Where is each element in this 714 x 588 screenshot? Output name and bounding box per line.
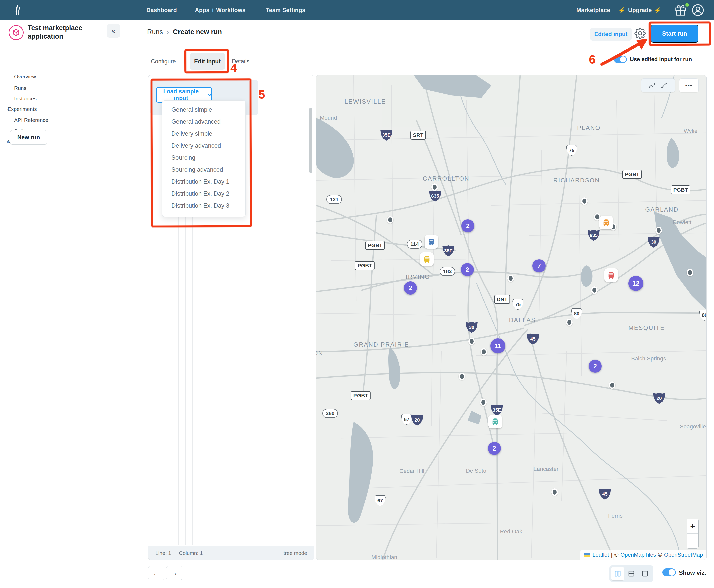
nav-team-settings[interactable]: Team Settings [266, 0, 305, 20]
code-line[interactable]: 20 ], [297, 446, 314, 455]
code-line[interactable]: 18 ▾ [297, 410, 314, 419]
app-window: Dashboard Apps + Workflows Team Settings… [0, 0, 714, 588]
code-line[interactable]: 10 "end_time": "2021-06- [297, 320, 314, 329]
json-input-editor: ": 120, arrival_time_p : 8, rrival_time_… [148, 75, 314, 560]
code-line[interactable]: 21 "duration": 300, [297, 455, 314, 464]
sidebar-item[interactable]: › Experiments [0, 104, 136, 114]
annotation-number-4: 4 [230, 61, 237, 75]
code-line[interactable]: 100000 [297, 293, 314, 302]
openmaptiles-link[interactable]: OpenMapTiles [620, 552, 656, 558]
code-line[interactable]: d_penalty": [297, 284, 314, 293]
line-number: 11 [304, 347, 314, 356]
map-more-options-button[interactable]: ••• [679, 78, 699, 92]
editor-status-bar: Line: 1 Column: 1 tree mode [148, 546, 314, 560]
code-line[interactable]: 1-dropoff", [297, 536, 314, 545]
line-number: 16 [304, 401, 314, 410]
code-line[interactable]: 15 }, [297, 383, 314, 392]
code-line[interactable]: rrival_time_pe [297, 266, 314, 275]
sample-input-menu-item[interactable]: Delivery advanced [162, 140, 245, 152]
indent-guide [192, 215, 193, 545]
code-line[interactable]: 8 }, [297, 302, 314, 311]
tab[interactable]: Configure [146, 53, 181, 69]
code-line[interactable]: 25 "lon": -96.82794 [297, 500, 314, 509]
code-line[interactable]: 27 "precedes": [297, 518, 314, 527]
user-avatar-icon[interactable] [692, 3, 705, 17]
sidebar-item[interactable]: Instances [0, 93, 136, 104]
code-line[interactable]: 22 "id": "restaurant-A- [297, 464, 314, 473]
breadcrumb-runs[interactable]: Runs [147, 28, 163, 36]
nav-dashboard[interactable]: Dashboard [146, 0, 177, 20]
tree-mode-label[interactable]: tree mode [283, 550, 314, 556]
tab[interactable]: Edit Input [189, 53, 225, 69]
line-number: 19 [304, 446, 314, 455]
map-basemap [316, 75, 707, 560]
nav-apps-workflows[interactable]: Apps + Workflows [195, 0, 246, 20]
sample-input-menu: General simpleGeneral advancedDelivery s… [162, 100, 246, 217]
code-line[interactable]: 19 "frozen" [297, 437, 314, 446]
code-line[interactable]: 24 "lat": 32.74745, [297, 491, 314, 500]
line-number: 27 [304, 527, 314, 536]
next-page-button[interactable]: → [166, 566, 182, 581]
code-line[interactable]: 10T14:00:00Z", [297, 329, 314, 338]
code-line[interactable]: : 8, [297, 248, 314, 257]
layout-split-vertical-button[interactable] [611, 567, 624, 581]
zoom-in-button[interactable]: + [687, 519, 698, 534]
route-curve-icon [648, 81, 656, 89]
sample-input-menu-item[interactable]: Delivery simple [162, 128, 245, 140]
route-map[interactable]: LEWISVILLECARROLLTONPLANORICHARDSONGARLA… [316, 75, 707, 560]
sidebar-item[interactable]: Overview [0, 71, 136, 82]
sample-input-menu-item[interactable]: Distribution Ex. Day 2 [162, 188, 245, 200]
layout-single-pane-button[interactable] [639, 567, 652, 581]
sidebar-collapse-button[interactable]: « [107, 24, 120, 38]
layout-split-horizontal-button[interactable] [625, 567, 638, 581]
sample-input-menu-item[interactable]: Distribution Ex. Day 1 [162, 176, 245, 188]
prev-page-button[interactable]: ← [148, 566, 164, 581]
nextmv-logo-icon [13, 4, 22, 16]
code-line[interactable]: 17 ▾ { [297, 401, 314, 410]
sidebar-item[interactable]: API Reference [0, 115, 136, 125]
code-line[interactable]: 26 }, [297, 509, 314, 518]
line-number: 17 [304, 410, 314, 419]
code-line[interactable]: 23 ▾ "location": { [297, 482, 314, 491]
code-line[interactable]: 14 } [297, 374, 314, 383]
sample-input-menu-item[interactable]: Sourcing [162, 152, 245, 164]
code-line[interactable]: ": 120, [297, 221, 314, 230]
notification-dot [686, 3, 689, 6]
code-line[interactable]: order-1-pickup", [297, 473, 314, 482]
map-zoom-control: + − [687, 519, 699, 549]
sidebar: Test marketplace application « Overview … [0, 20, 137, 588]
code-line[interactable]: 10T09:45:00Z" [297, 365, 314, 374]
start-run-button[interactable]: Start run [651, 24, 698, 43]
new-run-button[interactable]: New run [10, 130, 47, 145]
sample-input-menu-item[interactable]: Distribution Ex. Day 3 [162, 200, 245, 212]
code-line[interactable]: "restaurant-A-order- [297, 527, 314, 536]
show-viz-toggle[interactable] [662, 568, 676, 576]
sample-input-menu-item[interactable]: General advanced [162, 115, 245, 128]
code-line[interactable]: 9 ▾ "vehicles": { [297, 311, 314, 320]
code-line[interactable]: 10, [297, 275, 314, 284]
code-line[interactable]: "compatibility_attrib [297, 419, 314, 428]
line-number: 20 [304, 455, 314, 464]
toggle-knob [669, 569, 675, 576]
code-line[interactable]: 11 "max_stops": 12, [297, 338, 314, 347]
leaflet-link[interactable]: Leaflet [592, 552, 609, 558]
route-display-toggle-group[interactable] [641, 78, 675, 92]
nav-marketplace[interactable]: Marketplace [576, 0, 610, 20]
sample-input-menu-item[interactable]: Sourcing advanced [162, 164, 245, 176]
code-line[interactable]: 13 "start_time": "2021-06- [297, 356, 314, 365]
zoom-out-button[interactable]: − [687, 534, 698, 548]
code-line[interactable]: 16 ▾ "stops": [ [297, 392, 314, 401]
editor-scrollbar[interactable] [309, 108, 312, 173]
page-title: Create new run [173, 28, 222, 36]
openstreetmap-link[interactable]: OpenStreetMap [664, 552, 703, 558]
nav-upgrade[interactable]: ⚡ Upgrade ⚡ [618, 0, 662, 20]
code-line[interactable]: 12 "speed": 12, [297, 347, 314, 356]
sample-input-menu-item[interactable]: General simple [162, 104, 245, 115]
gift-icon[interactable] [675, 4, 687, 16]
line-number: 8 [304, 311, 314, 320]
map-attribution: Leaflet | © OpenMapTiles © OpenStreetMap [580, 550, 707, 560]
sidebar-item[interactable]: Runs [0, 83, 136, 93]
code-line[interactable]: utes": [ [297, 428, 314, 437]
annotation-number-6: 6 [589, 52, 596, 66]
code-line[interactable]: arrival_time_p [297, 239, 314, 248]
